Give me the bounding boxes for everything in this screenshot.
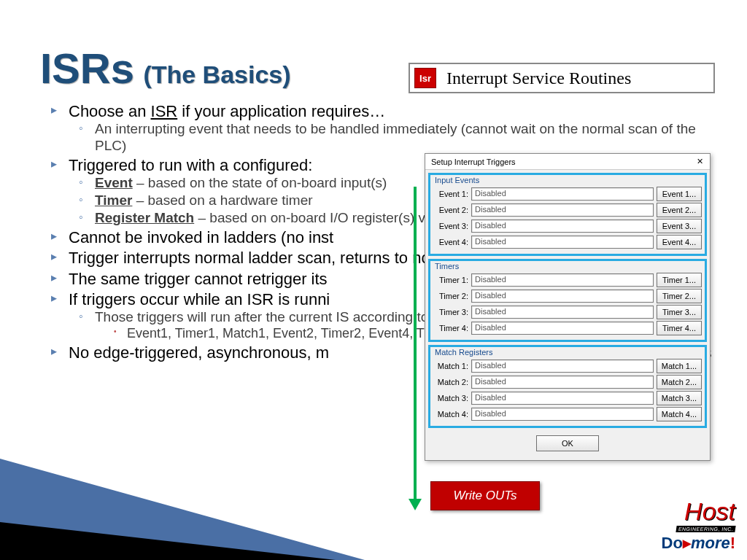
timer-row: Timer 3:DisabledTimer 3...: [433, 305, 702, 319]
timer-label: Timer 1:: [433, 276, 468, 284]
bullet-1a: An interrupting event that needs to be h…: [69, 121, 715, 155]
event-label: Event 3:: [433, 222, 468, 230]
group-timers: Timers Timer 1:DisabledTimer 1...Timer 2…: [428, 259, 707, 342]
event-field[interactable]: Disabled: [471, 203, 654, 217]
timer-label: Timer 4:: [433, 324, 468, 332]
match-row: Match 3:DisabledMatch 3...: [433, 391, 702, 405]
event-label: Event 4:: [433, 238, 468, 246]
match-field[interactable]: Disabled: [471, 392, 654, 405]
host-sub: ENGINEERING, INC.: [676, 526, 736, 532]
write-outs-box: Write OUTs: [430, 481, 540, 510]
ok-button[interactable]: OK: [536, 435, 599, 451]
group-input-events: Input Events Event 1:DisabledEvent 1...E…: [428, 173, 707, 256]
event-button-3[interactable]: Event 3...: [657, 219, 702, 233]
match-row: Match 2:DisabledMatch 2...: [433, 375, 702, 389]
match-button-2[interactable]: Match 2...: [657, 375, 702, 389]
flow-arrow-icon: [414, 187, 417, 500]
setup-interrupt-dialog: Setup Interrupt Triggers ✕ Input Events …: [425, 153, 711, 461]
timer-label: Timer 2:: [433, 292, 468, 300]
match-row: Match 4:DisabledMatch 4...: [433, 407, 702, 421]
logo-area: Host ENGINEERING, INC. Do▸more!: [662, 503, 735, 553]
group-label-events: Input Events: [433, 176, 481, 184]
timer-row: Timer 2:DisabledTimer 2...: [433, 289, 702, 303]
header-box: Isr Interrupt Service Routines: [409, 63, 715, 93]
event-label: Event 2:: [433, 206, 468, 214]
match-button-3[interactable]: Match 3...: [657, 391, 702, 405]
event-field[interactable]: Disabled: [471, 187, 654, 201]
timer-field[interactable]: Disabled: [471, 322, 654, 335]
dialog-titlebar[interactable]: Setup Interrupt Triggers ✕: [425, 154, 710, 170]
timer-button-3[interactable]: Timer 3...: [657, 305, 702, 319]
event-row: Event 2:DisabledEvent 2...: [433, 203, 702, 217]
event-button-2[interactable]: Event 2...: [657, 203, 702, 217]
match-field[interactable]: Disabled: [471, 359, 654, 373]
dialog-title: Setup Interrupt Triggers: [431, 158, 516, 166]
event-row: Event 3:DisabledEvent 3...: [433, 219, 702, 233]
match-row: Match 1:DisabledMatch 1...: [433, 359, 702, 373]
match-label: Match 3:: [433, 394, 468, 402]
event-button-1[interactable]: Event 1...: [657, 187, 702, 201]
timer-row: Timer 4:DisabledTimer 4...: [433, 321, 702, 335]
isr-icon: Isr: [414, 68, 436, 88]
match-field[interactable]: Disabled: [471, 408, 654, 421]
group-label-match: Match Registers: [433, 348, 494, 357]
group-match: Match Registers Match 1:DisabledMatch 1.…: [428, 345, 707, 428]
timer-field[interactable]: Disabled: [471, 273, 654, 287]
header-box-text: Interrupt Service Routines: [446, 69, 631, 88]
close-icon[interactable]: ✕: [692, 157, 707, 166]
host-logo: Host: [662, 503, 735, 521]
timer-button-2[interactable]: Timer 2...: [657, 289, 702, 303]
timer-button-4[interactable]: Timer 4...: [657, 321, 702, 335]
event-field[interactable]: Disabled: [471, 236, 654, 249]
slide-title: ISRs (The Basics): [40, 44, 291, 93]
event-label: Event 1:: [433, 190, 468, 198]
match-label: Match 4:: [433, 410, 468, 419]
timer-label: Timer 3:: [433, 308, 468, 316]
bullet-1: Choose an ISR if your application requir…: [44, 102, 715, 155]
timer-field[interactable]: Disabled: [471, 306, 654, 319]
event-button-4[interactable]: Event 4...: [657, 235, 702, 249]
timer-row: Timer 1:DisabledTimer 1...: [433, 273, 702, 287]
timer-field[interactable]: Disabled: [471, 289, 654, 303]
match-label: Match 2:: [433, 378, 468, 386]
match-field[interactable]: Disabled: [471, 376, 654, 389]
event-row: Event 4:DisabledEvent 4...: [433, 235, 702, 249]
title-main: ISRs: [40, 44, 134, 92]
event-field[interactable]: Disabled: [471, 219, 654, 233]
domore-logo: Do▸more!: [662, 534, 735, 553]
event-row: Event 1:DisabledEvent 1...: [433, 187, 702, 201]
match-button-1[interactable]: Match 1...: [657, 359, 702, 373]
timer-button-1[interactable]: Timer 1...: [657, 273, 702, 287]
title-sub: (The Basics): [143, 61, 290, 88]
match-label: Match 1:: [433, 362, 468, 370]
match-button-4[interactable]: Match 4...: [657, 407, 702, 421]
footer-triangle-black: [0, 522, 336, 560]
group-label-timers: Timers: [433, 262, 460, 271]
